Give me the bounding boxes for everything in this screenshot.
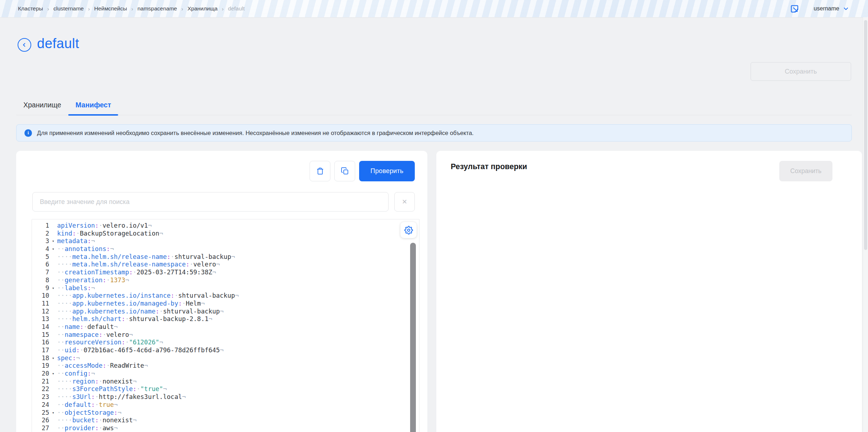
save-result-button[interactable]: Сохранить: [779, 161, 832, 181]
breadcrumb-item-namespacename[interactable]: namspacename: [138, 5, 177, 12]
fold-spacer: [49, 385, 57, 393]
copy-button[interactable]: [334, 161, 355, 181]
breadcrumb-item-namespaces[interactable]: Неймспейсы: [94, 5, 127, 12]
line-number: 17: [32, 347, 49, 354]
fold-icon[interactable]: ▾: [49, 245, 57, 253]
fold-spacer: [49, 261, 57, 269]
page-scrollbar[interactable]: [863, 17, 868, 432]
fold-icon[interactable]: ▾: [49, 370, 57, 378]
code-line[interactable]: 23····s3Url:·http://fakes3url.local¬: [32, 393, 419, 401]
code-line[interactable]: 19··accessMode:·ReadWrite¬: [32, 362, 419, 370]
fold-icon[interactable]: ▾: [49, 354, 57, 362]
code-line[interactable]: 11····app.kubernetes.io/managed-by:·Helm…: [32, 300, 419, 308]
code-text: ····meta.helm.sh/release-namespace:·vele…: [57, 261, 419, 269]
line-number: 23: [32, 393, 49, 401]
line-number: 14: [32, 323, 49, 331]
fold-icon[interactable]: ▾: [49, 284, 57, 292]
save-button[interactable]: Сохранить: [751, 62, 851, 81]
code-line[interactable]: 18▾spec:¬: [32, 354, 419, 362]
breadcrumb-separator-icon: ›: [222, 6, 224, 12]
code-line[interactable]: 7··creationTimestamp:·2025-03-27T14:59:3…: [32, 269, 419, 277]
chevron-down-icon: [843, 5, 849, 12]
code-text: ····app.kubernetes.io/managed-by:·Helm¬: [57, 300, 419, 308]
check-button[interactable]: Проверить: [359, 161, 415, 181]
fold-spacer: [49, 331, 57, 339]
code-line[interactable]: 25▾··objectStorage:¬: [32, 409, 419, 417]
fold-spacer: [49, 315, 57, 323]
code-text: ··creationTimestamp:·2025-03-27T14:59:38…: [57, 269, 419, 277]
code-line[interactable]: 27··provider:·aws¬: [32, 424, 419, 432]
code-line[interactable]: 15··namespace:·velero¬: [32, 331, 419, 339]
fold-icon[interactable]: ▾: [49, 237, 57, 245]
fold-spacer: [49, 401, 57, 409]
code-text: ··annotations:¬: [57, 245, 419, 253]
code-line[interactable]: 13····helm.sh/chart:·shturval-backup-2.8…: [32, 315, 419, 323]
tab-manifest[interactable]: Манифест: [68, 95, 118, 115]
code-text: ····app.kubernetes.io/name:·shturval-bac…: [57, 308, 419, 316]
line-number: 16: [32, 339, 49, 347]
code-line[interactable]: 21····region:·nonexist¬: [32, 378, 419, 386]
delete-button[interactable]: [310, 161, 330, 181]
breadcrumb: Кластеры › clustername › Неймспейсы › na…: [0, 5, 245, 12]
breadcrumb-separator-icon: ›: [88, 6, 90, 12]
breadcrumb-item-storages[interactable]: Хранилища: [187, 5, 218, 12]
code-line[interactable]: 6····meta.helm.sh/release-namespace:·vel…: [32, 261, 419, 269]
code-line[interactable]: 10····app.kubernetes.io/instance:·shturv…: [32, 292, 419, 300]
clear-search-button[interactable]: ✕: [394, 192, 415, 212]
editor-settings-button[interactable]: [400, 222, 417, 238]
line-number: 8: [32, 277, 49, 284]
code-text: ····s3Url:·http://fakes3url.local¬: [57, 393, 419, 401]
fold-spacer: [49, 269, 57, 277]
code-text: ····meta.helm.sh/release-name:·shturval-…: [57, 253, 419, 261]
breadcrumb-item-current: default: [228, 5, 245, 12]
code-text: ··config:¬: [57, 370, 419, 378]
logout-button[interactable]: [790, 4, 799, 14]
fold-spacer: [49, 253, 57, 261]
code-text: ··uid:·072b16ac-46f5-4c6d-a796-78d26ffbf…: [57, 347, 419, 354]
back-button[interactable]: [18, 38, 31, 52]
code-lines: 1apiVersion:·velero.io/v1¬2kind:·BackupS…: [32, 219, 419, 432]
search-input[interactable]: [32, 192, 389, 212]
user-menu[interactable]: username: [814, 5, 849, 12]
code-editor[interactable]: 1apiVersion:·velero.io/v1¬2kind:·BackupS…: [32, 219, 419, 432]
code-line[interactable]: 14··name:·default¬: [32, 323, 419, 331]
line-number: 26: [32, 417, 49, 424]
arrow-left-icon: [21, 41, 28, 48]
code-line[interactable]: 24··default:·true¬: [32, 401, 419, 409]
code-text: spec:¬: [57, 354, 419, 362]
tab-storage[interactable]: Хранилище: [16, 95, 68, 115]
code-text: ··provider:·aws¬: [57, 424, 419, 432]
fold-spacer: [49, 378, 57, 386]
code-line[interactable]: 3▾metadata:¬: [32, 237, 419, 245]
code-line[interactable]: 22····s3ForcePathStyle:·"true"¬: [32, 385, 419, 393]
code-line[interactable]: 26····bucket:·nonexist¬: [32, 417, 419, 424]
trash-icon: [316, 167, 324, 175]
line-number: 5: [32, 253, 49, 261]
code-line[interactable]: 9▾··labels:¬: [32, 284, 419, 292]
line-number: 12: [32, 308, 49, 316]
code-text: ··resourceVersion:·"612026"¬: [57, 339, 419, 347]
code-line[interactable]: 5····meta.helm.sh/release-name:·shturval…: [32, 253, 419, 261]
code-line[interactable]: 8··generation:·1373¬: [32, 277, 419, 284]
breadcrumb-item-clustername[interactable]: clustername: [54, 5, 84, 12]
line-number: 25: [32, 409, 49, 417]
fold-icon[interactable]: ▾: [49, 409, 57, 417]
code-line[interactable]: 17··uid:·072b16ac-46f5-4c6d-a796-78d26ff…: [32, 347, 419, 354]
breadcrumb-item-clusters[interactable]: Кластеры: [18, 5, 43, 12]
code-line[interactable]: 20▾··config:¬: [32, 370, 419, 378]
scrollbar-thumb[interactable]: [864, 20, 867, 250]
line-number: 22: [32, 385, 49, 393]
code-text: ····bucket:·nonexist¬: [57, 417, 419, 424]
breadcrumb-separator-icon: ›: [47, 6, 49, 12]
line-number: 15: [32, 331, 49, 339]
line-number: 21: [32, 378, 49, 386]
line-number: 27: [32, 424, 49, 432]
page-title: default: [37, 36, 79, 51]
code-line[interactable]: 12····app.kubernetes.io/name:·shturval-b…: [32, 308, 419, 316]
code-line[interactable]: 16··resourceVersion:·"612026"¬: [32, 339, 419, 347]
result-title: Результат проверки: [451, 162, 527, 171]
code-line[interactable]: 4▾··annotations:¬: [32, 245, 419, 253]
code-line[interactable]: 2kind:·BackupStorageLocation¬: [32, 230, 419, 238]
editor-scrollbar[interactable]: [410, 243, 416, 432]
code-line[interactable]: 1apiVersion:·velero.io/v1¬: [32, 222, 419, 230]
